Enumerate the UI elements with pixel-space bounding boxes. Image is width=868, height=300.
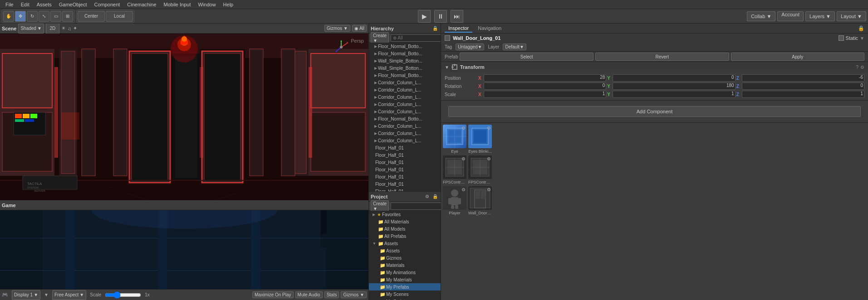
list-item[interactable]: ▶Corridor_Column_L...	[369, 130, 441, 137]
scale-slider[interactable]	[105, 292, 141, 298]
project-settings-btn[interactable]: ⚙	[423, 193, 431, 200]
list-item[interactable]: ▶Floor_Normal_Botto...	[369, 43, 441, 50]
add-component-btn[interactable]: Add Component	[448, 106, 861, 117]
light-icon[interactable]: ☀	[61, 25, 66, 31]
shaded-dropdown[interactable]: Shaded▼	[18, 24, 44, 34]
scale-tool-btn[interactable]: ⤡	[39, 11, 49, 22]
my-animations-item[interactable]: 📁 My Animations	[369, 269, 441, 276]
game-tab[interactable]: Game	[2, 203, 16, 208]
select-btn[interactable]: Select	[460, 53, 593, 61]
pos-x-input[interactable]: 28	[484, 74, 606, 82]
pause-btn[interactable]: ⏸	[434, 10, 447, 23]
list-item[interactable]: ▶Corridor_Column_L...	[369, 122, 441, 130]
all-models-item[interactable]: 📁 All Models	[369, 225, 441, 232]
2d-btn[interactable]: 2D	[46, 24, 59, 34]
list-item[interactable]: ▶Corridor_Column_L...	[369, 93, 441, 101]
hierarchy-search[interactable]	[391, 34, 441, 42]
rot-z-input[interactable]: 0	[742, 82, 864, 90]
transform-settings-icon[interactable]: ⚙	[860, 65, 864, 70]
effects-icon[interactable]: ✦	[73, 25, 77, 31]
game-canvas[interactable]	[0, 210, 368, 289]
wall-door-settings-btn[interactable]: ⚙	[487, 187, 491, 192]
collab-btn[interactable]: Collab ▼	[747, 11, 775, 21]
game-gizmos-btn[interactable]: Gizmos ▼	[341, 291, 367, 298]
project-create-btn[interactable]: Create ▼	[371, 200, 389, 212]
gizmos-item[interactable]: 📁 Gizmos	[369, 254, 441, 261]
move-tool-btn[interactable]: ✥	[15, 11, 26, 22]
project-lock-btn[interactable]: 🔒	[432, 193, 439, 200]
audio-icon[interactable]: ♫	[68, 26, 71, 31]
fps-control1-component[interactable]: ⚙	[443, 155, 466, 179]
mute-btn[interactable]: Mute Audio	[295, 291, 323, 298]
player-component[interactable]: ⚙	[443, 186, 466, 210]
menu-gameobject[interactable]: GameObject	[55, 2, 91, 7]
object-active-checkbox[interactable]	[445, 35, 450, 41]
transform-header[interactable]: ▼ Transform ? ⚙	[441, 62, 868, 72]
scale-x-input[interactable]: 1	[484, 91, 606, 98]
revert-btn[interactable]: Revert	[595, 53, 729, 61]
eye-settings-btn[interactable]: ⚙	[461, 126, 466, 131]
menu-edit[interactable]: Edit	[17, 2, 33, 7]
eyes-blinki-component[interactable]: ⚙	[468, 125, 492, 148]
player-settings-btn[interactable]: ⚙	[461, 187, 466, 192]
fps1-settings-btn[interactable]: ⚙	[461, 156, 466, 161]
account-btn[interactable]: Account	[777, 11, 804, 21]
menu-cinemachine[interactable]: Cinemachine	[123, 2, 160, 7]
aspect-dropdown[interactable]: Free Aspect▼	[52, 290, 86, 300]
menu-component[interactable]: Component	[90, 2, 123, 7]
menu-help[interactable]: Help	[220, 2, 237, 7]
my-materials-item[interactable]: 📁 My Materials	[369, 276, 441, 283]
my-scripts-item[interactable]: 📁 My Scripts	[369, 298, 441, 300]
list-item[interactable]: ▶Corridor_Column_L...	[369, 101, 441, 108]
list-item[interactable]: Floor_Half_01	[369, 159, 441, 166]
list-item[interactable]: ▶Floor_Normal_Botto...	[369, 115, 441, 122]
all-materials-item[interactable]: 📁 All Materials	[369, 218, 441, 225]
play-btn[interactable]: ▶	[418, 10, 431, 23]
scale-y-input[interactable]: 1	[613, 91, 735, 98]
tab-inspector[interactable]: Inspector	[445, 24, 472, 33]
list-item[interactable]: Floor_Half_01	[369, 188, 441, 191]
fps-control2-component[interactable]: ⚙	[468, 155, 492, 179]
local-btn[interactable]: Local	[106, 11, 133, 22]
list-item[interactable]: Floor_Half_01	[369, 144, 441, 151]
list-item[interactable]: ▶Corridor_Column_L...	[369, 79, 441, 86]
layers-btn[interactable]: Layers ▼	[805, 11, 835, 21]
my-scenes-item[interactable]: 📁 My Scenes	[369, 290, 441, 298]
wall-door-component[interactable]: ⚙	[468, 186, 492, 210]
rot-x-input[interactable]: 0	[484, 82, 606, 90]
tag-dropdown[interactable]: Untagged▼	[456, 44, 484, 50]
all-layers-btn[interactable]: ◉ All	[352, 25, 367, 32]
list-item[interactable]: ▶Corridor_Column_L...	[369, 108, 441, 115]
static-checkbox[interactable]	[839, 35, 844, 41]
rect-tool-btn[interactable]: ▭	[50, 11, 61, 22]
scene-tab[interactable]: Scene	[2, 26, 16, 31]
maximize-btn[interactable]: Maximize On Play	[252, 291, 294, 298]
inspector-lock-btn[interactable]: 🔒	[858, 25, 864, 31]
eye-component[interactable]: ⚙	[443, 125, 466, 148]
my-prefabs-item[interactable]: 📁 My Prefabs	[369, 283, 441, 290]
tab-navigation[interactable]: Navigation	[474, 24, 505, 33]
menu-assets[interactable]: Assets	[33, 2, 55, 7]
hierarchy-create-btn[interactable]: Create ▼	[371, 32, 389, 44]
menu-mobileinput[interactable]: Mobile Input	[160, 2, 195, 7]
rotate-tool-btn[interactable]: ↻	[27, 11, 38, 22]
list-item[interactable]: Floor_Half_01	[369, 166, 441, 173]
layout-btn[interactable]: Layout ▼	[837, 11, 866, 21]
materials-item[interactable]: 📁 Materials	[369, 261, 441, 269]
assets-sub-item[interactable]: 📁 Assets	[369, 247, 441, 254]
list-item[interactable]: ▶Floor_Normal_Botto...	[369, 50, 441, 57]
list-item[interactable]: ▶Floor_Normal_Botto...	[369, 72, 441, 79]
scale-z-input[interactable]: 1	[742, 91, 864, 98]
all-prefabs-item[interactable]: 📁 All Prefabs	[369, 232, 441, 240]
scene-canvas[interactable]: TACTILA SYSTEM SERVER Persp	[0, 34, 368, 200]
apply-btn[interactable]: Apply	[731, 53, 865, 61]
menu-file[interactable]: File	[2, 2, 17, 7]
hierarchy-lock-btn[interactable]: 🔒	[432, 25, 439, 32]
display-dropdown[interactable]: Display 1▼	[12, 290, 40, 300]
list-item[interactable]: ▶Corridor_Column_L...	[369, 86, 441, 93]
layer-dropdown[interactable]: Default▼	[503, 44, 526, 50]
menu-window[interactable]: Window	[194, 2, 219, 7]
list-item[interactable]: Floor_Half_01	[369, 173, 441, 180]
pos-z-input[interactable]: -6	[742, 74, 864, 82]
list-item[interactable]: ▶Wall_Simple_Botton...	[369, 57, 441, 64]
